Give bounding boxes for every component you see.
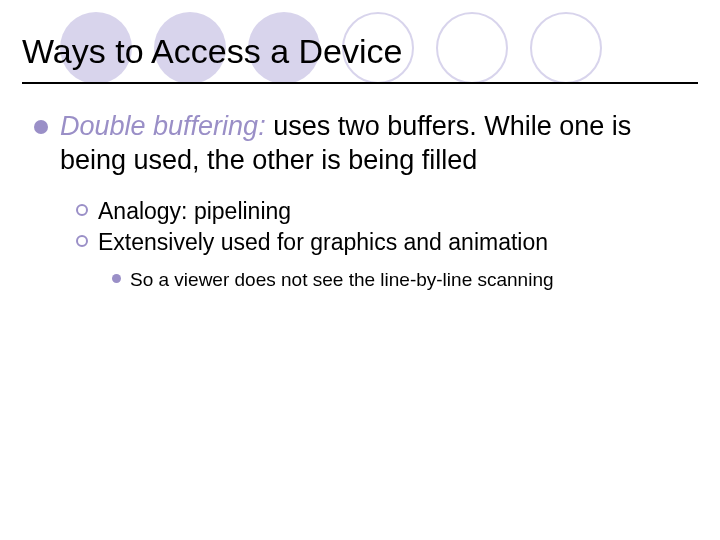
list-item: Analogy: pipelining	[76, 196, 686, 227]
body-text: Analogy: pipelining	[98, 198, 291, 224]
list-item: Double buffering: uses two buffers. Whil…	[34, 110, 686, 178]
bullet-ring-icon	[76, 235, 88, 247]
body-text: So a viewer does not see the line-by-lin…	[130, 269, 554, 290]
emphasis-text: Double buffering:	[60, 111, 266, 141]
bullet-disc-icon	[34, 120, 48, 134]
slide-title: Ways to Access a Device	[22, 32, 402, 71]
title-underline	[22, 82, 698, 84]
list-item: So a viewer does not see the line-by-lin…	[112, 268, 686, 293]
circle-outline-icon	[530, 12, 602, 84]
bullet-dot-icon	[112, 274, 121, 283]
body-text: Extensively used for graphics and animat…	[98, 229, 548, 255]
slide-body: Double buffering: uses two buffers. Whil…	[34, 110, 686, 292]
list-item: Extensively used for graphics and animat…	[76, 227, 686, 258]
bullet-ring-icon	[76, 204, 88, 216]
circle-outline-icon	[436, 12, 508, 84]
